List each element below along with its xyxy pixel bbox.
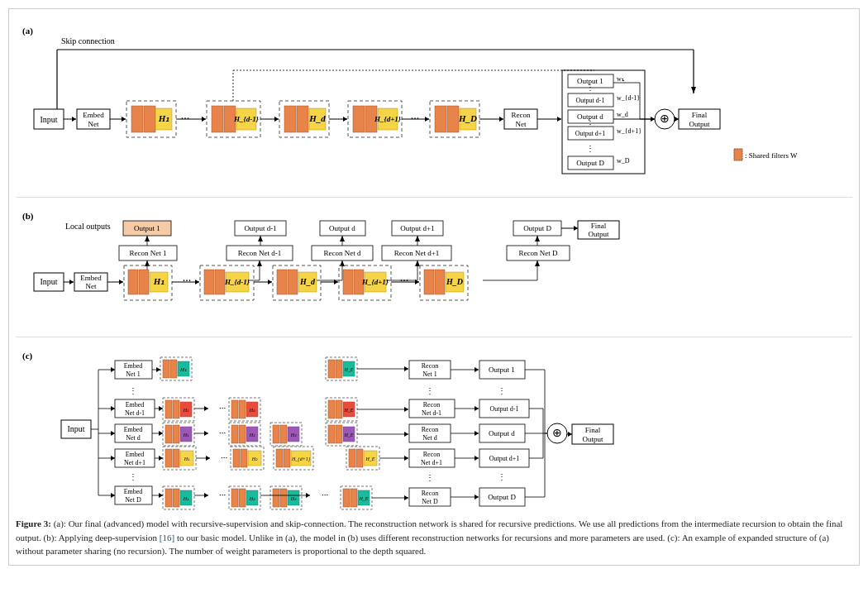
arrowhead-5 (343, 117, 347, 122)
section-c: (c) Input Embed Net 1 ⋮ Embed Net d-1 Em… (16, 341, 852, 510)
hdp1-final-o2 (356, 449, 363, 467)
arrowhead-c25 (475, 495, 479, 499)
hd-b-orange1 (277, 270, 287, 294)
h1-final-o2 (336, 360, 342, 378)
wdp1-text: w_{d+1} (617, 127, 641, 135)
outputd1-b-text: Output d-1 (244, 224, 276, 232)
label-b: (b) (22, 211, 34, 222)
wd-text: w_d (617, 111, 628, 118)
recond1-b-text: Recon Net d-1 (238, 249, 281, 257)
arrowhead-c21 (475, 367, 479, 372)
recond-c-1: Recon (422, 426, 438, 433)
hdp1-b-orange1 (343, 270, 353, 294)
arrowhead-b1 (145, 236, 150, 241)
hdp1-2-o2 (241, 449, 247, 467)
arrowhead-c20 (404, 495, 408, 500)
local-outputs-label: Local outputs (65, 222, 111, 231)
hd-final-o1 (328, 425, 335, 443)
embed-net-label-a-1: Embed (83, 111, 104, 119)
embedd1-c-2: Net d-1 (125, 409, 145, 417)
hdp1-small-o2 (173, 449, 179, 467)
arrowhead-c1 (111, 367, 115, 372)
final-output-label-a-1: Final (692, 111, 708, 119)
recondp1-b-text: Recon Net d+1 (394, 249, 440, 257)
hD-2-o2 (239, 489, 246, 507)
hd-text: H_d (308, 113, 326, 123)
final-c-2: Output (582, 435, 603, 443)
output1-b-text: Output 1 (134, 224, 160, 232)
input-label-a: Input (40, 115, 57, 124)
hd-small-o2 (173, 425, 179, 443)
h1-b-text: H₁ (153, 276, 165, 286)
arrowhead-b11 (69, 280, 74, 284)
recond-b-text: Recon Net d (324, 249, 361, 257)
hd1-b-orange1 (204, 270, 214, 294)
hd-2-o1 (231, 425, 238, 443)
arrowhead-b5 (535, 236, 540, 241)
final-c-1: Final (585, 426, 601, 434)
reconD-c-1: Recon (422, 490, 438, 497)
embedd-c-2: Net d (126, 434, 141, 442)
dots-c-D2: ··· (322, 490, 329, 499)
hd1-final-text: H_E (344, 408, 354, 413)
recon1-c-1: Recon (422, 362, 438, 370)
hd1-final-o1 (328, 400, 335, 418)
h1-small-c-o2 (170, 360, 177, 378)
arrowhead-b3 (340, 236, 345, 241)
embedD-c-2: Net D (125, 496, 141, 504)
arrowhead-4 (274, 117, 279, 122)
arrowhead-c17 (404, 407, 408, 412)
dots-c-row1: ⋮ (129, 386, 137, 395)
hd-3-text: H₃ (290, 433, 297, 437)
arrowhead-b17 (574, 226, 578, 231)
reconD-c-2: Net D (422, 498, 438, 505)
wd1-text: w_{d-1} (617, 94, 640, 102)
dots-c-d: ··· (219, 428, 227, 437)
outd-c-text: Output d (489, 429, 515, 437)
final-b-1: Final (591, 222, 607, 230)
input-label-c: Input (67, 424, 84, 433)
dots-c-row2: ⋮ (129, 472, 137, 481)
section-b: (b) Local outputs Output 1 Output d-1 Ou… (16, 201, 852, 337)
hd-orange-2 (297, 106, 308, 132)
recondp1-c-1: Recon (423, 451, 440, 458)
hD-3-text: H₃ (290, 496, 297, 501)
figure-label: Figure 3: (16, 519, 51, 528)
arrowhead-b12 (119, 280, 123, 284)
arrowhead-c2 (111, 406, 115, 411)
h1-small-c-o1 (163, 360, 169, 378)
dots-c-D: ··· (219, 490, 227, 499)
dots-out-1: ⋮ (498, 386, 506, 395)
sum-symbol-c: ⊕ (552, 427, 562, 439)
hd1-final-o2 (336, 400, 342, 418)
arrowhead-c16 (404, 366, 408, 371)
hd1-small-o2 (173, 400, 179, 418)
embeddp1-c-1: Embed (126, 451, 145, 458)
recond-c-2: Net d (422, 434, 437, 442)
arrowhead-c6 (156, 367, 160, 372)
recon1-b-text: Recon Net 1 (130, 249, 167, 257)
figure-container: (a) Skip connection Input Embed Net (8, 8, 860, 566)
arrowhead-c4 (111, 456, 115, 461)
arrowhead-c10 (204, 431, 208, 436)
embed-net-b-1: Embed (80, 274, 102, 282)
arrowhead-b7 (257, 260, 262, 266)
hd1-small-o1 (165, 400, 172, 418)
hd-small-text: H₁ (183, 433, 189, 437)
embedd-c-1: Embed (124, 426, 143, 433)
arrowhead-b10 (535, 260, 540, 266)
arrowhead-6 (425, 117, 429, 122)
hd-final-text: H_E (344, 433, 354, 437)
embedd1-c-1: Embed (126, 401, 145, 409)
skip-connection-label: Skip connection (61, 36, 115, 45)
w1-text: w₁ (617, 75, 624, 83)
final-output-label-a-2: Output (689, 120, 710, 128)
recon-net-label-a-1: Recon (512, 111, 531, 119)
dots-b-2: ··· (400, 275, 409, 287)
diagram-a-svg: (a) Skip connection Input Embed Net (16, 21, 867, 198)
outputdp1-text: Output d+1 (575, 130, 606, 137)
hd-final-o2 (336, 425, 342, 443)
outputd1-text: Output d-1 (576, 97, 605, 104)
label-a: (a) (22, 26, 33, 36)
hd1-text: H_{d-1} (233, 115, 260, 123)
